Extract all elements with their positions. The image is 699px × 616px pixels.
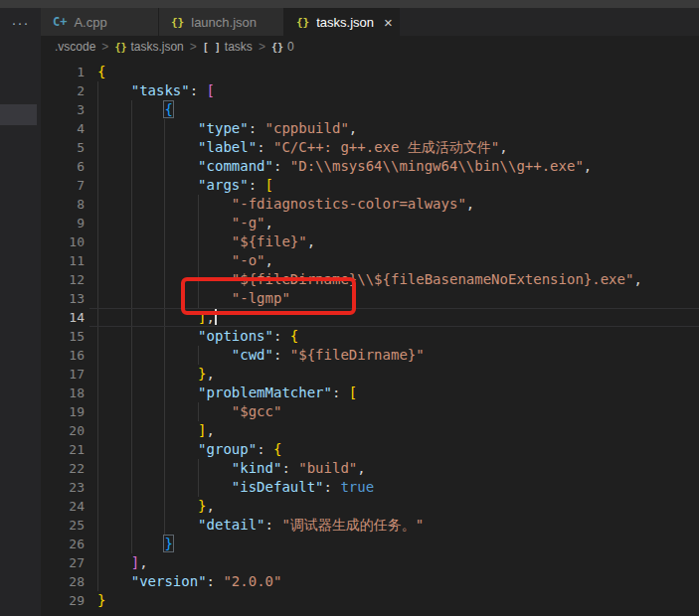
breadcrumb-separator-icon: > xyxy=(101,40,108,54)
indent-guide xyxy=(164,232,198,251)
token: "${file}" xyxy=(232,233,307,249)
tab-launch-json[interactable]: {}launch.json xyxy=(159,8,284,36)
code-line[interactable]: "-fdiagnostics-color=always", xyxy=(97,195,474,214)
line-number: 4 xyxy=(41,119,85,138)
token: : xyxy=(273,158,290,174)
indent-guide xyxy=(97,251,131,270)
token: "D:\\msys64\\mingw64\\bin\\g++.exe" xyxy=(290,158,584,174)
cpp-file-icon: C+ xyxy=(53,15,67,29)
token: : xyxy=(190,82,207,98)
breadcrumb-item--vscode[interactable]: .vscode xyxy=(55,40,95,54)
code-line[interactable]: "-g", xyxy=(97,214,273,232)
code-row: 10"${file}", xyxy=(41,232,699,251)
line-number: 20 xyxy=(41,421,85,440)
code-line[interactable]: ], xyxy=(97,308,217,327)
indent-guide xyxy=(131,402,165,421)
code-line[interactable]: }, xyxy=(97,497,215,516)
code-row: 21"group": { xyxy=(41,440,699,459)
code-line[interactable]: "version": "2.0.0" xyxy=(97,572,281,591)
code-line[interactable]: "kind": "build", xyxy=(97,459,366,478)
code-line[interactable]: "cwd": "${fileDirname}" xyxy=(97,346,425,365)
symbol-kind-icon: {} xyxy=(271,42,283,53)
indent-guide xyxy=(131,157,165,176)
token: [ xyxy=(265,177,273,193)
code-line[interactable]: }, xyxy=(97,365,215,384)
token: , xyxy=(207,498,215,514)
token: , xyxy=(207,422,215,438)
breadcrumb-item-tasks[interactable]: [ ]tasks xyxy=(203,40,253,54)
indent-guide xyxy=(131,100,165,119)
indent-guide xyxy=(164,421,198,440)
token: } xyxy=(164,536,172,551)
indent-guide xyxy=(164,119,198,138)
code-line[interactable]: "label": "C/C++: g++.exe 生成活动文件", xyxy=(97,138,508,157)
code-line[interactable]: "command": "D:\\msys64\\mingw64\\bin\\g+… xyxy=(97,157,592,176)
code-line[interactable]: "${file}", xyxy=(97,232,315,251)
token: "command" xyxy=(198,158,273,174)
token: } xyxy=(198,366,206,382)
indent-guide xyxy=(131,497,165,516)
tab-a-cpp[interactable]: C+A.cpp xyxy=(41,8,159,36)
code-line[interactable]: } xyxy=(97,535,173,553)
indent-guide xyxy=(131,535,165,553)
close-tab-icon[interactable]: × xyxy=(384,15,393,30)
line-number: 16 xyxy=(41,346,85,365)
indent-guide xyxy=(131,516,165,535)
code-line[interactable]: ], xyxy=(97,553,148,572)
indent-guide xyxy=(164,176,198,195)
indent-guide xyxy=(164,365,198,384)
code-line[interactable]: "-lgmp" xyxy=(97,289,290,308)
code-line[interactable]: { xyxy=(97,100,173,119)
tab-tasks-json[interactable]: {}tasks.json× xyxy=(284,8,400,36)
more-actions-icon[interactable]: ··· xyxy=(0,14,41,31)
rail-indicator xyxy=(0,104,37,125)
line-number: 12 xyxy=(41,270,85,289)
indent-guide xyxy=(97,553,131,572)
code-row: 15"options": { xyxy=(41,327,699,346)
code-line[interactable]: } xyxy=(97,591,105,610)
code-line[interactable]: "-o", xyxy=(97,251,273,270)
code-line[interactable]: ], xyxy=(97,421,215,440)
tab-bar: C+A.cpp{}launch.json{}tasks.json× xyxy=(41,8,699,36)
token: "$gcc" xyxy=(232,403,282,419)
code-line[interactable]: "args": [ xyxy=(97,176,273,195)
token: : xyxy=(332,385,349,400)
indent-guide xyxy=(131,478,165,497)
line-number: 9 xyxy=(41,214,85,232)
indent-guide xyxy=(164,516,198,535)
code-line[interactable]: "options": { xyxy=(97,327,298,346)
code-line[interactable]: "isDefault": true xyxy=(97,478,374,497)
code-row: 8"-fdiagnostics-color=always", xyxy=(41,195,699,214)
code-line[interactable]: "$gcc" xyxy=(97,402,281,421)
code-line[interactable]: "tasks": [ xyxy=(97,81,215,100)
code-line[interactable]: "problemMatcher": [ xyxy=(97,384,357,402)
breadcrumb-item-0[interactable]: {}0 xyxy=(271,40,294,54)
token: "-g" xyxy=(232,215,265,231)
indent-guide xyxy=(97,384,131,402)
line-number: 17 xyxy=(41,365,85,384)
line-number: 5 xyxy=(41,138,85,157)
code-row: 28"version": "2.0.0" xyxy=(41,572,699,591)
indent-guide xyxy=(97,402,131,421)
indent-guide xyxy=(131,440,165,459)
indent-guide xyxy=(97,289,131,308)
breadcrumb-item-tasks-json[interactable]: {}tasks.json xyxy=(114,40,183,54)
code-line[interactable]: { xyxy=(97,63,105,81)
indent-guide xyxy=(198,195,232,214)
token: , xyxy=(265,215,273,231)
code-editor[interactable]: 1{2"tasks": [3{4"type": "cppbuild",5"lab… xyxy=(41,58,699,616)
code-line[interactable]: "${fileDirname}\\${fileBasenameNoExtensi… xyxy=(97,270,642,289)
token: : xyxy=(249,177,265,193)
token: , xyxy=(466,196,474,212)
indent-guide xyxy=(164,478,198,497)
line-number: 11 xyxy=(41,251,85,270)
indent-guide xyxy=(198,270,232,289)
indent-guide xyxy=(97,100,131,119)
line-number: 29 xyxy=(41,591,85,610)
code-line[interactable]: "type": "cppbuild", xyxy=(97,119,357,138)
code-line[interactable]: "group": { xyxy=(97,440,281,459)
tab-label: A.cpp xyxy=(74,15,106,30)
code-line[interactable]: "detail": "调试器生成的任务。" xyxy=(97,516,424,535)
code-row: 11"-o", xyxy=(41,251,699,270)
token: "-fdiagnostics-color=always" xyxy=(232,196,466,212)
